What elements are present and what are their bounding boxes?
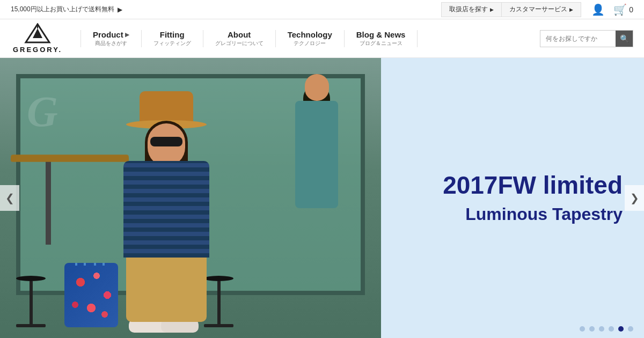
- logo-text: GREGORY.: [13, 46, 62, 54]
- arrow-right-icon: ❯: [630, 192, 639, 204]
- nav-product[interactable]: Product ▶ 商品をさがす: [80, 30, 142, 47]
- search-button[interactable]: 🔍: [616, 30, 633, 47]
- nav-blog-sub: ブログ＆ニュース: [360, 40, 402, 47]
- cart-count: 0: [629, 5, 633, 14]
- customer-service-button[interactable]: カスタマーサービス ▶: [501, 2, 581, 17]
- hero-dot-1[interactable]: [580, 326, 585, 332]
- top-bar: 15,000円以上お買い上げで送料無料 ▶ 取扱店を探す ▶ カスタマーサービス…: [0, 0, 644, 19]
- nav-about-label: About: [228, 30, 251, 39]
- hero-next-button[interactable]: ❯: [625, 185, 644, 211]
- cart-area[interactable]: 🛒 0: [613, 3, 633, 16]
- window-decor: G: [27, 90, 58, 133]
- gregory-logo-icon: [23, 23, 52, 45]
- cart-icon: 🛒: [613, 3, 627, 16]
- promo-area: 15,000円以上お買い上げで送料無料 ▶: [11, 5, 122, 14]
- store-finder-button[interactable]: 取扱店を探す ▶: [441, 2, 501, 17]
- hero-subline: Luminous Tapestry: [465, 204, 623, 224]
- user-icon[interactable]: 👤: [591, 3, 605, 17]
- hero-prev-button[interactable]: ❮: [0, 185, 19, 211]
- hero-section: G: [0, 58, 644, 338]
- nav-blog[interactable]: Blog & News ブログ＆ニュース: [345, 30, 418, 47]
- search-area: 🔍: [540, 30, 633, 47]
- hero-dot-5[interactable]: [618, 326, 624, 332]
- stool-top-left: [16, 276, 46, 281]
- nav-about-sub: グレゴリーについて: [215, 40, 264, 47]
- hero-headline: 2017FW limited: [443, 172, 623, 199]
- hero-dot-2[interactable]: [589, 326, 595, 332]
- search-input[interactable]: [540, 31, 616, 47]
- background-person: [295, 101, 338, 208]
- main-nav: Product ▶ 商品をさがす Fitting フィッティング About グ…: [80, 30, 530, 47]
- nav-fitting-sub: フィッティング: [153, 40, 191, 47]
- hero-image: G: [0, 58, 381, 338]
- hero-dots: [580, 326, 633, 332]
- header: GREGORY. Product ▶ 商品をさがす Fitting フィッティン…: [0, 19, 644, 58]
- promo-arrow[interactable]: ▶: [118, 6, 122, 13]
- search-icon: 🔍: [620, 34, 629, 43]
- nav-technology-sub: テクノロジー: [294, 40, 326, 47]
- promo-text: 15,000円以上お買い上げで送料無料: [11, 5, 114, 14]
- nav-product-sub: 商品をさがす: [95, 40, 127, 47]
- hero-dot-4[interactable]: [609, 326, 614, 332]
- nav-technology-label: Technology: [288, 30, 332, 39]
- bg-person-head: [305, 74, 329, 101]
- nav-product-label: Product ▶: [93, 30, 129, 39]
- stool-body-left: [30, 281, 33, 324]
- bag-handle-right: [94, 263, 105, 266]
- nav-fitting[interactable]: Fitting フィッティング: [142, 30, 203, 47]
- arrow-left-icon: ❮: [5, 192, 14, 204]
- cafe-table-leg: [46, 159, 51, 245]
- gregory-bag: [64, 263, 118, 327]
- stool-feet-left: [16, 324, 46, 327]
- shirt: [123, 161, 209, 258]
- user-cart-area: 👤 🛒 0: [591, 3, 633, 17]
- top-bar-actions: 取扱店を探す ▶ カスタマーサービス ▶ 👤 🛒 0: [441, 2, 633, 17]
- bg-person-body: [295, 101, 338, 208]
- cafe-stool-left: [16, 276, 46, 327]
- nav-fitting-label: Fitting: [160, 30, 185, 39]
- bag-handle-left: [75, 263, 86, 266]
- hero-dot-3[interactable]: [599, 326, 604, 332]
- hat-crown: [140, 91, 193, 121]
- logo-area[interactable]: GREGORY.: [11, 23, 64, 54]
- bag-floral-pattern: [64, 263, 118, 327]
- pants: [126, 247, 207, 322]
- sunglasses: [150, 137, 182, 146]
- nav-about[interactable]: About グレゴリーについて: [203, 30, 276, 47]
- hero-scene: G: [0, 58, 381, 338]
- nav-blog-label: Blog & News: [356, 30, 406, 39]
- main-person: [107, 91, 225, 338]
- hero-text-panel: 2017FW limited Luminous Tapestry ❯: [381, 58, 644, 338]
- nav-technology[interactable]: Technology テクノロジー: [276, 30, 345, 47]
- hero-dot-6[interactable]: [628, 326, 633, 332]
